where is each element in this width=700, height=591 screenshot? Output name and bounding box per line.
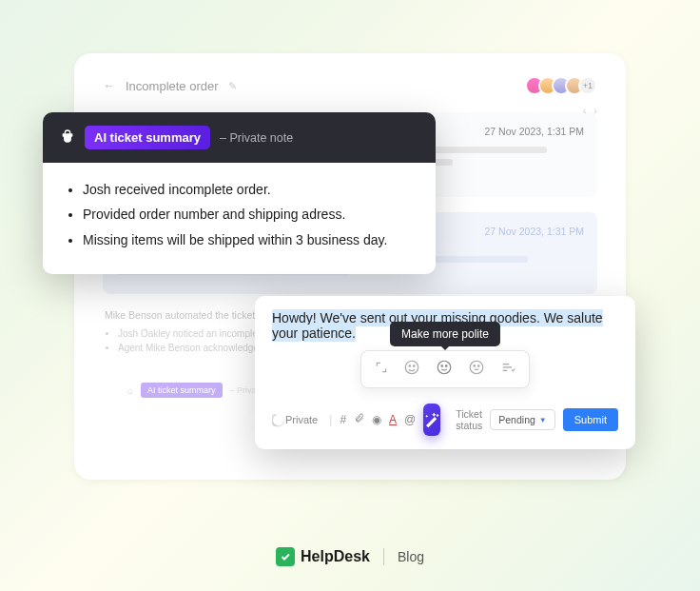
brand-logo[interactable]: HelpDesk [276,547,370,566]
avatar-more: +1 [578,76,597,95]
ticket-status-label: Ticket status [456,408,482,431]
hash-icon[interactable]: # [340,413,346,426]
agent-icon: ⌂ [127,385,133,396]
svg-point-6 [470,361,483,374]
chevron-right-icon[interactable]: › [593,105,597,116]
brand-name: HelpDesk [301,548,370,565]
tone-happy-icon[interactable] [403,359,420,380]
highlighted-text: patience. [301,325,356,342]
tone-formal-icon[interactable] [468,359,485,380]
submit-button[interactable]: Submit [563,408,618,431]
divider [383,548,384,565]
summary-item: Provided order number and shipping adres… [83,205,413,224]
compose-card: Howdy! We've sent out your missing goodi… [255,296,635,449]
svg-point-1 [409,365,411,367]
private-toggle[interactable] [272,414,278,426]
svg-point-3 [438,361,451,374]
svg-point-5 [446,365,448,367]
chevron-down-icon: ▼ [539,416,547,424]
status-value: Pending [498,414,535,425]
page-title: Incomplete order [126,79,219,93]
tone-neutral-icon[interactable] [436,359,453,380]
svg-point-8 [478,365,480,367]
text-color-icon[interactable]: A [389,413,397,426]
ai-summary-card: AI ticket summary – Private note Josh re… [43,112,436,274]
agent-icon [60,128,75,147]
tone-picker [360,350,530,388]
avatars[interactable]: +1 [525,76,597,95]
attachment-icon[interactable] [354,412,364,427]
private-label: Private [285,414,318,425]
status-dropdown[interactable]: Pending ▼ [490,409,554,430]
summary-item: Josh received incomplete order. [83,180,413,199]
footer-section: Blog [398,549,424,564]
back-arrow-icon[interactable]: ← [103,78,116,93]
ai-summary-badge: AI ticket summary [85,126,210,149]
panel-header: ← Incomplete order ✎ +1 [103,76,597,95]
svg-point-4 [441,365,443,367]
tone-picker-row: Make more polite [272,350,618,388]
nav-chevrons: ‹ › [583,105,597,116]
edit-icon[interactable]: ✎ [228,80,237,92]
svg-point-2 [414,365,416,367]
compose-toolbar: Private | # ◉ A @ Ticket status Pending … [272,404,618,436]
private-note-label: – Private note [220,131,293,145]
expand-icon[interactable] [375,361,388,378]
chevron-left-icon[interactable]: ‹ [583,105,587,116]
summarize-icon[interactable] [500,360,515,379]
tone-tooltip: Make more polite [390,322,500,346]
record-icon[interactable]: ◉ [372,413,381,426]
mention-icon[interactable]: @ [404,413,416,426]
summary-header: AI ticket summary – Private note [43,112,436,163]
ai-badge-small: AI ticket summary [141,383,223,398]
ai-magic-button[interactable] [423,404,440,436]
logo-mark-icon [276,547,295,566]
summary-body: Josh received incomplete order. Provided… [43,163,436,274]
footer: HelpDesk Blog [0,547,700,566]
summary-item: Missing items will be shipped within 3 b… [83,230,413,249]
timestamp: 27 Nov 2023, 1:31 PM [485,226,584,237]
svg-point-0 [405,361,418,374]
svg-point-7 [474,365,476,367]
